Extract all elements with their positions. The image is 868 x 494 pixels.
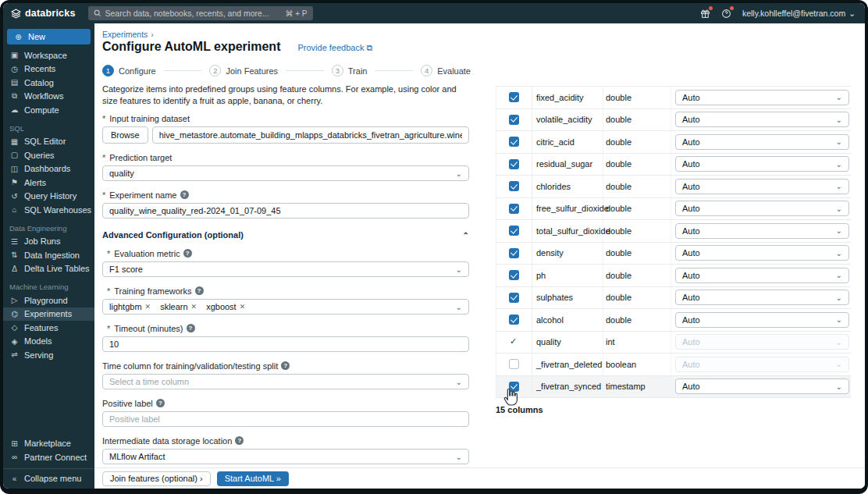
chevron-up-icon[interactable]: ⌃ [463, 231, 469, 240]
training-frameworks-select[interactable]: lightgbm✕ sklearn✕ xgboost✕ ⌄ [102, 299, 469, 315]
required-marker: * [102, 190, 105, 200]
step-evaluate[interactable]: 4Evaluate [421, 65, 471, 76]
sidebar-item-catalog[interactable]: ▤Catalog [3, 76, 94, 90]
table-row: chloridesdoubleAuto⌄ [496, 176, 851, 198]
help-icon[interactable]: ? [180, 190, 189, 199]
imputation-select[interactable]: Auto⌄ [675, 312, 849, 328]
column-name: _fivetran_synced [532, 376, 603, 398]
imputation-select[interactable]: Auto⌄ [675, 223, 849, 239]
sidebar-item-models[interactable]: ◈Models [3, 335, 94, 349]
row-checkbox[interactable] [496, 220, 532, 242]
sidebar-item-features[interactable]: ◇Features [3, 321, 94, 335]
remove-chip-icon[interactable]: ✕ [191, 303, 197, 311]
sidebar-item-sql-warehouses[interactable]: ⌂SQL Warehouses [3, 203, 94, 217]
sidebar-item-experiments[interactable]: ⌬Experiments [3, 307, 94, 322]
imputation-select[interactable]: Auto⌄ [675, 290, 849, 305]
help-icon[interactable]: ? [156, 399, 165, 407]
row-checkbox[interactable] [496, 376, 532, 398]
advanced-configuration-header[interactable]: Advanced Configuration (optional) ⌃ [102, 230, 469, 240]
sidebar-item-job-runs[interactable]: ☰Job Runs [3, 235, 94, 249]
prediction-target-select[interactable]: quality⌄ [102, 165, 469, 181]
sidebar-item-partner-connect[interactable]: ∞Partner Connect [3, 450, 94, 464]
imputation-select[interactable]: Auto⌄ [675, 134, 849, 150]
timeout-input[interactable] [102, 336, 469, 352]
search-input[interactable] [105, 9, 282, 18]
provide-feedback-link[interactable]: Provide feedback ⧉ [297, 43, 372, 53]
column-name: citric_acid [532, 131, 603, 153]
imputation-select[interactable]: Auto⌄ [675, 201, 849, 216]
sidebar-item-alerts[interactable]: ⚑Alerts [3, 176, 94, 190]
row-checkbox[interactable] [496, 87, 532, 108]
step-configure[interactable]: 1Configure [102, 65, 156, 76]
breadcrumb-link[interactable]: Experiments [102, 30, 148, 39]
browse-button[interactable]: Browse [102, 126, 148, 144]
step-train[interactable]: 3Train [332, 65, 368, 76]
positive-label-input[interactable] [102, 411, 469, 427]
training-dataset-input[interactable] [152, 126, 469, 144]
help-icon[interactable]: ? [187, 324, 195, 332]
imputation-select[interactable]: Auto⌄ [675, 179, 849, 194]
chevron-down-icon: ⌄ [456, 169, 462, 178]
imputation-select[interactable]: Auto⌄ [675, 378, 849, 394]
global-search[interactable]: ⌘ + P [88, 6, 313, 20]
sidebar-item-workspace[interactable]: ▣Workspace [3, 48, 94, 62]
data-ingestion-icon: ⇅ [9, 251, 20, 259]
row-checkbox[interactable] [496, 309, 532, 331]
sidebar-item-dashboards[interactable]: ◫Dashboards [3, 162, 94, 176]
imputation-select[interactable]: Auto⌄ [675, 156, 849, 172]
evaluation-metric-select[interactable]: F1 score⌄ [102, 261, 469, 277]
sidebar-item-data-ingestion[interactable]: ⇅Data Ingestion [3, 248, 94, 262]
storage-location-select[interactable]: MLflow Artifact⌄ [102, 449, 469, 464]
time-column-select[interactable]: Select a time column⌄ [102, 374, 469, 389]
help-icon[interactable]: ? [235, 436, 244, 445]
sidebar-item-delta-live-tables[interactable]: ΔDelta Live Tables [3, 262, 94, 276]
start-automl-button[interactable]: Start AutoML » [217, 471, 289, 486]
remove-chip-icon[interactable]: ✕ [240, 303, 246, 311]
selected-value: Auto [682, 271, 700, 280]
breadcrumb-separator: › [151, 30, 154, 39]
sidebar-item-compute[interactable]: ☁Compute [3, 103, 94, 117]
sidebar-item-workflows[interactable]: ⧉Workflows [3, 90, 94, 104]
sidebar-item-playground[interactable]: ▷Playground [3, 293, 94, 307]
help-icon[interactable]: ? [183, 249, 192, 258]
training-frameworks-label: *Training frameworks? [102, 286, 469, 296]
chevron-down-icon: ⌄ [836, 249, 842, 258]
chevron-down-icon: ⌄ [836, 382, 842, 391]
imputation-select[interactable]: Auto⌄ [675, 90, 849, 105]
selected-value: Auto [682, 204, 700, 213]
sidebar-item-marketplace[interactable]: ⊞Marketplace [3, 437, 94, 451]
row-checkbox[interactable] [496, 109, 532, 131]
step-join-features[interactable]: 2Join Features [209, 65, 278, 76]
sidebar-item-serving[interactable]: ⇌Serving [3, 348, 94, 362]
row-checkbox[interactable] [496, 198, 532, 220]
framework-chip-sklearn: sklearn✕ [160, 302, 197, 311]
help-icon[interactable]: ? [281, 361, 290, 370]
join-features-button[interactable]: Join features (optional) › [102, 471, 211, 486]
row-checkbox[interactable] [496, 176, 532, 197]
row-checkbox[interactable] [496, 287, 532, 309]
databricks-logo[interactable]: databricks [11, 8, 76, 19]
sidebar-item-recents[interactable]: ◷Recents [3, 62, 94, 76]
imputation-select[interactable]: Auto⌄ [675, 268, 849, 283]
imputation-select[interactable]: Auto⌄ [675, 112, 849, 127]
step-label: Join Features [226, 66, 278, 76]
row-checkbox[interactable] [496, 154, 532, 176]
help-bubble-icon[interactable] [721, 8, 732, 19]
user-menu[interactable]: kelly.kohlleffel@fivetran.com ⌄ [742, 9, 856, 18]
sidebar-item-collapse-menu[interactable]: «Collapse menu [3, 472, 94, 486]
help-icon[interactable]: ? [195, 286, 204, 295]
sidebar-item-new[interactable]: ⊕ New [7, 29, 91, 44]
experiment-name-input[interactable] [102, 203, 469, 219]
breadcrumb[interactable]: Experiments › [102, 30, 154, 39]
sidebar-item-sql-editor[interactable]: ▦SQL Editor [3, 135, 94, 149]
sidebar-item-queries[interactable]: ▢Queries [3, 148, 94, 162]
imputation-select[interactable]: Auto⌄ [675, 245, 849, 261]
row-checkbox[interactable] [496, 354, 532, 375]
sidebar-item-query-history[interactable]: ↺Query History [3, 190, 94, 204]
row-checkbox[interactable] [496, 131, 532, 153]
gift-icon[interactable] [700, 8, 711, 19]
row-checkbox[interactable] [496, 265, 532, 286]
column-type: double [603, 109, 671, 131]
row-checkbox[interactable] [496, 243, 532, 265]
remove-chip-icon[interactable]: ✕ [145, 303, 151, 311]
